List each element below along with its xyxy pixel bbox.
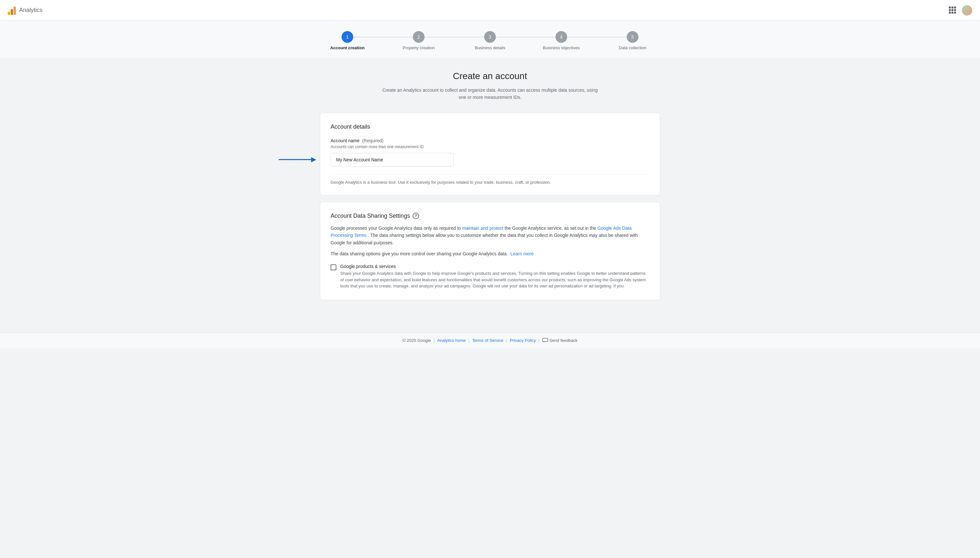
step-5-circle: 5	[627, 31, 639, 43]
step-3-label: Business details	[475, 45, 505, 50]
business-notice: Google Analytics is a business tool. Use…	[330, 174, 650, 185]
checkbox-label-group: Google products & services Share your Go…	[340, 264, 650, 289]
feedback-icon	[542, 338, 548, 343]
step-1-label: Account creation	[330, 45, 364, 50]
page-footer: © 2025 Google | Analytics home | Terms o…	[0, 333, 980, 348]
footer-copyright: © 2025 Google	[402, 338, 431, 343]
sharing-intro-text-1: Google processes your Google Analytics d…	[330, 225, 461, 231]
sharing-second-para: The data sharing options give you more c…	[330, 250, 650, 257]
analytics-logo	[8, 6, 16, 15]
footer-privacy-link[interactable]: Privacy Policy	[510, 338, 536, 343]
step-4-label: Business objectives	[543, 45, 580, 50]
help-icon[interactable]: ?	[412, 213, 419, 219]
header-actions	[949, 5, 972, 16]
account-details-title: Account details	[330, 123, 650, 130]
step-2-circle: 2	[413, 31, 425, 43]
data-sharing-header: Account Data Sharing Settings ?	[330, 213, 650, 219]
learn-more-link[interactable]: Learn more	[511, 251, 534, 256]
step-5: 5 Data collection	[597, 31, 668, 50]
step-5-label: Data collection	[619, 45, 646, 50]
account-name-input[interactable]	[330, 153, 454, 167]
app-header: Analytics	[0, 0, 980, 21]
step-4: 4 Business objectives	[526, 31, 597, 50]
stepper-container: 1 Account creation 2 Property creation 3…	[0, 21, 980, 58]
svg-rect-0	[542, 338, 548, 341]
send-feedback-label: Send feedback	[549, 338, 578, 343]
account-name-text: Account name	[330, 138, 360, 143]
google-products-checkbox-row: Google products & services Share your Go…	[330, 264, 650, 289]
step-2-label: Property creation	[403, 45, 435, 50]
step-4-circle: 4	[555, 31, 567, 43]
page-title: Create an account	[453, 71, 527, 81]
step-3: 3 Business details	[454, 31, 526, 50]
arrow-head	[311, 157, 316, 162]
sharing-para2-text: The data sharing options give you more c…	[330, 251, 508, 256]
maintain-protect-link[interactable]: maintain and protect	[462, 225, 503, 231]
input-wrapper	[330, 153, 454, 167]
main-content: Create an account Create an Analytics ac…	[0, 58, 980, 333]
user-avatar[interactable]	[962, 5, 972, 16]
sharing-intro-text-3: . The data sharing settings below allow …	[330, 233, 638, 245]
header-logo-area: Analytics	[8, 6, 43, 15]
google-products-checkbox[interactable]	[330, 264, 337, 270]
step-1: 1 Account creation	[312, 31, 383, 50]
logo-bar-2	[11, 9, 13, 15]
footer-analytics-home-link[interactable]: Analytics home	[437, 338, 466, 343]
app-title: Analytics	[19, 7, 43, 14]
account-name-hint: Accounts can contain more than one measu…	[330, 144, 650, 149]
page-subtitle: Create an Analytics account to collect a…	[380, 87, 600, 101]
google-apps-icon[interactable]	[949, 7, 957, 14]
logo-bar-3	[14, 7, 16, 15]
data-sharing-title: Account Data Sharing Settings	[330, 213, 410, 219]
arrow-shaft	[279, 159, 311, 160]
data-sharing-card: Account Data Sharing Settings ? Google p…	[320, 202, 660, 300]
send-feedback-area[interactable]: Send feedback	[542, 338, 578, 343]
logo-bar-1	[8, 11, 10, 15]
step-1-circle: 1	[341, 31, 353, 43]
step-2: 2 Property creation	[383, 31, 454, 50]
account-name-label: Account name (Required)	[330, 138, 650, 143]
arrow-annotation	[279, 157, 316, 162]
checkbox-description: Share your Google Analytics data with Go…	[340, 270, 650, 289]
step-3-circle: 3	[484, 31, 496, 43]
stepper: 1 Account creation 2 Property creation 3…	[312, 31, 668, 50]
sharing-intro-text-2: the Google Analytics service, as set out…	[505, 225, 596, 231]
checkbox-main-label: Google products & services	[340, 264, 650, 269]
account-details-card: Account details Account name (Required) …	[320, 113, 660, 195]
sharing-intro: Google processes your Google Analytics d…	[330, 225, 650, 246]
footer-tos-link[interactable]: Terms of Service	[472, 338, 504, 343]
account-name-required: (Required)	[362, 138, 383, 143]
